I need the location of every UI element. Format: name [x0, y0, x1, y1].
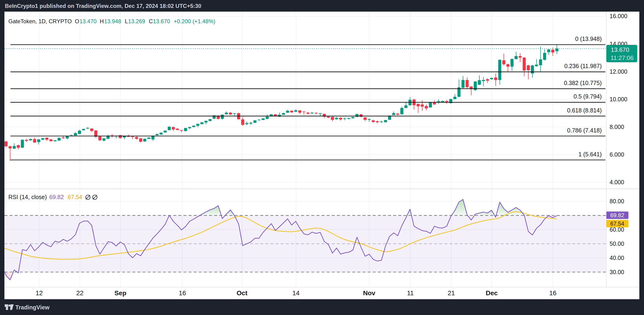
svg-text:22: 22 — [76, 290, 84, 297]
svg-text:69.82: 69.82 — [49, 194, 64, 200]
svg-text:16: 16 — [179, 290, 186, 297]
svg-text:80.00: 80.00 — [610, 198, 624, 204]
svg-text:67.54: 67.54 — [68, 194, 82, 200]
svg-text:16: 16 — [549, 290, 556, 297]
svg-text:10.000: 10.000 — [610, 96, 627, 102]
svg-text:0.786 (7.418): 0.786 (7.418) — [567, 127, 602, 134]
svg-text:Sep: Sep — [114, 290, 126, 297]
svg-text:+0.200: +0.200 — [174, 18, 191, 24]
svg-text:12.000: 12.000 — [610, 68, 627, 75]
svg-text:69.82: 69.82 — [610, 212, 624, 218]
svg-text:14: 14 — [292, 290, 300, 297]
svg-text:40.00: 40.00 — [610, 255, 624, 261]
svg-text:0.236 (11.987): 0.236 (11.987) — [564, 63, 602, 69]
svg-text:16.000: 16.000 — [610, 13, 627, 19]
svg-text:BeInCrypto1 published on Tradi: BeInCrypto1 published on TradingView.com… — [5, 3, 201, 9]
svg-text:21: 21 — [448, 290, 455, 297]
svg-text:13.269: 13.269 — [128, 18, 145, 24]
svg-text:C: C — [149, 18, 153, 24]
svg-text:50.00: 50.00 — [610, 240, 624, 247]
svg-text:13.948: 13.948 — [104, 18, 121, 24]
svg-text:6.000: 6.000 — [610, 151, 624, 158]
svg-text:11:27:06: 11:27:06 — [610, 54, 634, 61]
svg-text:RSI (14, close): RSI (14, close) — [8, 194, 47, 200]
svg-text:8.000: 8.000 — [610, 124, 624, 130]
svg-text:30.00: 30.00 — [610, 269, 624, 275]
svg-text:Oct: Oct — [237, 290, 248, 297]
svg-text:0.5 (9.794): 0.5 (9.794) — [574, 93, 602, 100]
svg-text:GateToken, 1D, CRYPTO: GateToken, 1D, CRYPTO — [8, 18, 72, 24]
svg-text:1 (5.641): 1 (5.641) — [578, 151, 602, 157]
svg-text:Nov: Nov — [363, 290, 376, 297]
svg-text:H: H — [100, 18, 104, 24]
svg-text:67.54: 67.54 — [610, 221, 624, 227]
svg-text:0.618 (8.814): 0.618 (8.814) — [567, 107, 602, 114]
svg-text:TradingView: TradingView — [15, 304, 50, 311]
svg-text:11: 11 — [407, 290, 414, 297]
svg-text:O: O — [75, 18, 79, 24]
svg-text:L: L — [125, 18, 128, 24]
svg-text:Dec: Dec — [486, 290, 498, 297]
svg-text:(+1.48%): (+1.48%) — [192, 18, 215, 24]
svg-text:13.670: 13.670 — [611, 46, 629, 53]
svg-text:4.000: 4.000 — [610, 179, 624, 185]
svg-text:0 (13.948): 0 (13.948) — [575, 35, 602, 42]
svg-text:12: 12 — [36, 290, 43, 297]
svg-text:0.382 (10.775): 0.382 (10.775) — [564, 80, 602, 86]
svg-text:13.470: 13.470 — [80, 18, 96, 24]
svg-text:13.670: 13.670 — [153, 18, 170, 24]
